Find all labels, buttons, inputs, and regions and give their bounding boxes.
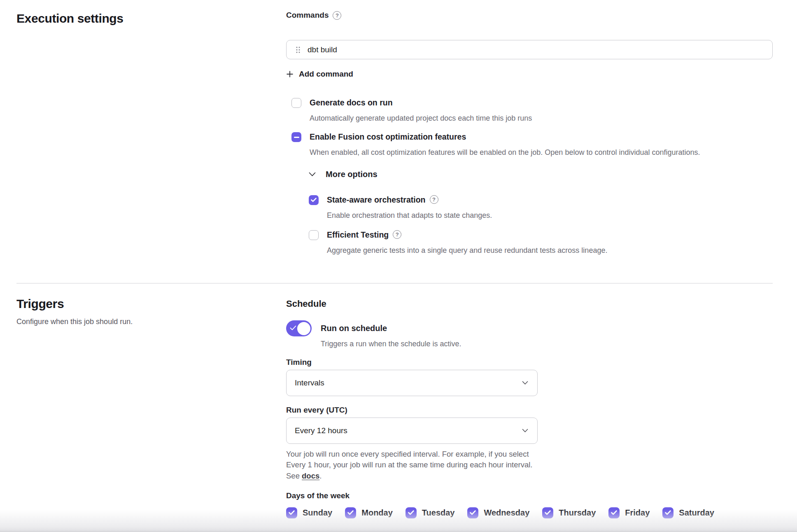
tuesday-checkbox[interactable] [405, 507, 417, 518]
efficient-testing-description: Aggregate generic tests into a single qu… [327, 245, 607, 255]
add-command-label: Add command [299, 70, 353, 79]
friday-checkbox[interactable] [608, 507, 620, 518]
day-label: Tuesday [422, 508, 455, 518]
day-label: Sunday [303, 508, 332, 518]
run-every-select[interactable]: Every 12 hours [286, 418, 538, 444]
chevron-down-icon [522, 381, 528, 385]
day-item-monday: Monday [345, 507, 393, 518]
timing-label: Timing [286, 358, 773, 367]
add-command-button[interactable]: Add command [286, 70, 353, 79]
run-on-schedule-row: Run on schedule Triggers a run when the … [286, 320, 773, 348]
state-aware-label: State-aware orchestration [327, 195, 426, 205]
check-icon [408, 510, 414, 515]
commands-help-icon[interactable] [333, 11, 341, 20]
day-item-wednesday: Wednesday [467, 507, 529, 518]
check-icon [289, 510, 295, 515]
day-item-friday: Friday [608, 507, 650, 518]
generate-docs-checkbox[interactable] [291, 98, 301, 108]
fusion-optimization-label: Enable Fusion cost optimization features [310, 132, 700, 142]
commands-label: Commands [286, 11, 329, 20]
job-settings-page: Execution settings Commands [0, 0, 797, 518]
efficient-testing-checkbox[interactable] [309, 230, 319, 240]
efficient-testing-label: Efficient Testing [327, 230, 389, 240]
day-item-sunday: Sunday [286, 507, 332, 518]
command-input[interactable] [308, 45, 765, 54]
run-on-schedule-description: Triggers a run when the schedule is acti… [321, 340, 461, 348]
generate-docs-row: Generate docs on run Automatically gener… [286, 98, 773, 123]
monday-checkbox[interactable] [345, 507, 356, 518]
timing-select-value: Intervals [295, 378, 324, 387]
state-aware-checkbox[interactable] [309, 195, 319, 205]
timing-select[interactable]: Intervals [286, 370, 538, 396]
chevron-down-icon [522, 429, 528, 433]
check-icon [470, 510, 476, 515]
day-item-thursday: Thursday [542, 507, 596, 518]
days-of-week-row: Sunday Monday Tuesday Wednesday Thursday [286, 507, 773, 518]
generate-docs-label: Generate docs on run [310, 98, 532, 107]
day-item-saturday: Saturday [662, 507, 714, 518]
day-label: Thursday [559, 508, 596, 518]
triggers-content: Schedule Run on schedule Triggers a run … [286, 296, 773, 518]
run-every-select-value: Every 12 hours [295, 426, 347, 435]
indeterminate-dash-icon [294, 137, 299, 138]
schedule-heading: Schedule [286, 299, 773, 309]
check-icon [611, 510, 617, 515]
interval-help-text: Your job will run once every specified i… [286, 449, 536, 481]
day-label: Monday [361, 508, 393, 518]
day-label: Wednesday [484, 508, 529, 518]
section-divider [16, 283, 773, 284]
drag-handle-icon[interactable] [296, 46, 301, 54]
efficient-testing-row: Efficient Testing Aggregate generic test… [286, 230, 773, 255]
plus-icon [286, 70, 294, 78]
command-input-container [286, 40, 773, 59]
saturday-checkbox[interactable] [662, 507, 673, 518]
state-aware-row: State-aware orchestration Enable orchest… [286, 195, 773, 220]
triggers-section: Triggers Configure when this job should … [16, 296, 773, 518]
day-label: Saturday [679, 508, 714, 518]
toggle-check-icon [290, 325, 296, 331]
check-icon [347, 510, 354, 515]
day-item-tuesday: Tuesday [405, 507, 455, 518]
day-label: Friday [625, 508, 650, 518]
generate-docs-description: Automatically generate updated project d… [310, 113, 532, 123]
triggers-heading-block: Triggers Configure when this job should … [16, 296, 286, 326]
efficient-testing-help-icon[interactable] [393, 230, 401, 239]
days-of-week-label: Days of the week [286, 491, 773, 500]
wednesday-checkbox[interactable] [467, 507, 478, 518]
run-every-label: Run every (UTC) [286, 406, 773, 415]
state-aware-help-icon[interactable] [430, 195, 438, 204]
triggers-subtitle: Configure when this job should run. [16, 317, 286, 326]
triggers-title: Triggers [16, 297, 286, 311]
execution-settings-title: Execution settings [16, 12, 286, 26]
chevron-down-icon [309, 172, 316, 177]
thursday-checkbox[interactable] [542, 507, 553, 518]
check-icon [311, 198, 317, 202]
toggle-knob [297, 322, 310, 335]
run-on-schedule-label: Run on schedule [321, 320, 461, 336]
more-options-toggle[interactable]: More options [309, 170, 378, 179]
commands-label-row: Commands [286, 11, 773, 20]
more-options-label: More options [326, 170, 378, 179]
fusion-optimization-row: Enable Fusion cost optimization features… [286, 132, 773, 157]
run-on-schedule-toggle[interactable] [286, 320, 312, 336]
fusion-optimization-description: When enabled, all cost optimization feat… [310, 147, 700, 157]
execution-settings-section: Execution settings Commands [16, 11, 773, 255]
docs-link[interactable]: docs [302, 471, 319, 480]
state-aware-description: Enable orchestration that adapts to stat… [327, 210, 492, 220]
sunday-checkbox[interactable] [286, 507, 297, 518]
execution-settings-content: Commands Add command [286, 11, 773, 255]
fusion-optimization-checkbox[interactable] [291, 132, 301, 142]
check-icon [665, 510, 671, 515]
check-icon [545, 510, 551, 515]
